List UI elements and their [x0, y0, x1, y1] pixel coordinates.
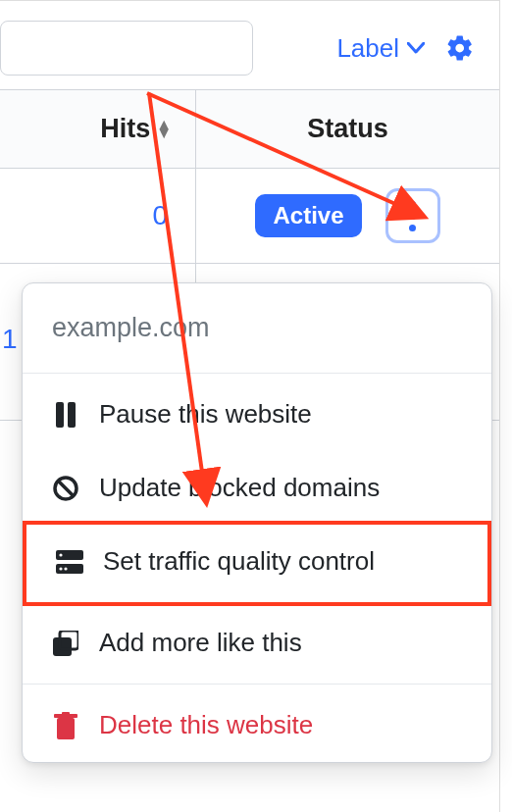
row-actions-menu: example.com Pause this website Update bl… — [22, 282, 492, 763]
svg-rect-1 — [68, 402, 76, 428]
label-dropdown-button[interactable]: Label — [336, 33, 425, 64]
menu-item-pause-label: Pause this website — [99, 399, 312, 430]
menu-header-domain: example.com — [23, 283, 491, 374]
column-header-hits-label: Hits — [100, 114, 150, 144]
svg-rect-9 — [53, 637, 72, 656]
trash-icon — [50, 712, 81, 739]
toolbar: Label — [0, 1, 499, 89]
sort-icon: ▲▼ — [156, 121, 172, 138]
svg-rect-11 — [57, 718, 75, 739]
menu-item-add-more[interactable]: Add more like this — [23, 602, 491, 685]
status-badge: Active — [255, 194, 361, 237]
svg-point-6 — [59, 553, 62, 556]
server-icon — [54, 550, 85, 574]
settings-button[interactable] — [440, 28, 480, 68]
table-row: 0 Active — [0, 169, 499, 264]
table-header: Hits ▲▼ Status — [0, 89, 499, 169]
row-actions-button[interactable] — [385, 188, 440, 243]
caret-down-icon — [407, 42, 425, 54]
gear-icon — [445, 33, 475, 63]
column-header-hits[interactable]: Hits ▲▼ — [0, 90, 196, 168]
clone-icon — [50, 631, 81, 656]
menu-item-blocked[interactable]: Update blocked domains — [23, 451, 491, 525]
svg-point-7 — [59, 567, 62, 570]
status-cell: Active — [196, 169, 499, 263]
column-header-status-label: Status — [307, 114, 388, 144]
pause-icon — [50, 402, 81, 428]
kebab-icon — [409, 201, 416, 231]
hits-cell[interactable]: 0 — [0, 169, 196, 263]
menu-item-blocked-label: Update blocked domains — [99, 473, 380, 503]
svg-line-3 — [58, 481, 74, 496]
hits-value: 0 — [152, 200, 168, 231]
menu-item-pause[interactable]: Pause this website — [23, 374, 491, 451]
menu-item-delete[interactable]: Delete this website — [23, 685, 491, 762]
label-text: Label — [336, 33, 399, 64]
svg-point-8 — [64, 567, 67, 570]
svg-rect-0 — [56, 402, 64, 428]
menu-item-traffic-label: Set traffic quality control — [103, 546, 375, 577]
next-row-hits-peek: 1 — [2, 324, 20, 355]
svg-rect-13 — [62, 712, 70, 715]
menu-item-delete-label: Delete this website — [99, 710, 313, 740]
ban-icon — [50, 475, 81, 502]
search-input[interactable] — [0, 21, 253, 76]
menu-item-traffic-quality[interactable]: Set traffic quality control — [23, 521, 491, 606]
column-header-status[interactable]: Status — [196, 90, 499, 168]
status-text: Active — [273, 202, 343, 228]
menu-item-addmore-label: Add more like this — [99, 628, 302, 658]
